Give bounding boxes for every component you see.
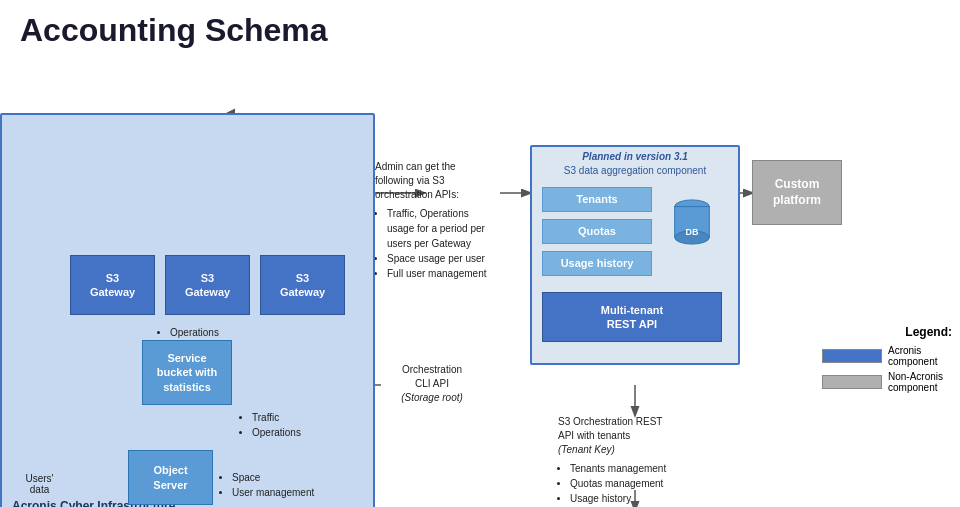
traffic-ops-label: Traffic Operations	[240, 410, 301, 440]
quotas-box: Quotas	[542, 219, 652, 244]
s3-gateway-2: S3Gateway	[165, 255, 250, 315]
legend-label-non-acronis: Non-Acronis component	[888, 371, 952, 393]
usage-history-box: Usage history	[542, 251, 652, 276]
legend-item-non-acronis: Non-Acronis component	[822, 371, 952, 393]
multi-tenant-api-box: Multi-tenantREST API	[542, 292, 722, 342]
s3-gateway-1: S3Gateway	[70, 255, 155, 315]
db-shape: DB	[672, 197, 712, 247]
admin-text: Admin can get thefollowing via S3orchest…	[375, 160, 505, 281]
tenants-box: Tenants	[542, 187, 652, 212]
legend: Legend: Acronis component Non-Acronis co…	[822, 325, 952, 397]
legend-title: Legend:	[822, 325, 952, 339]
object-server-box: ObjectServer	[128, 450, 213, 505]
s3-gateway-3: S3Gateway	[260, 255, 345, 315]
space-user-label: Space User management	[220, 470, 314, 500]
legend-label-acronis: Acronis component	[888, 345, 952, 367]
legend-item-acronis: Acronis component	[822, 345, 952, 367]
page-title: Accounting Schema	[0, 0, 960, 55]
service-bucket-box: Servicebucket withstatistics	[142, 340, 232, 405]
legend-color-non-acronis	[822, 375, 882, 389]
s3-planned-container: Planned in version 3.1 S3 data aggregati…	[530, 145, 740, 365]
s3-data-agg-sublabel: S3 data aggregation component	[564, 165, 706, 176]
planned-label: Planned in version 3.1	[582, 151, 688, 162]
diagram-area: 💻 End customer AmazonS3 API(User Key) S3…	[0, 55, 960, 507]
users-data-label: Users'data	[12, 473, 67, 495]
s3-orch-tenants-label: S3 Orchestration RESTAPI with tenants(Te…	[558, 415, 718, 506]
orch-cli-label: OrchestrationCLI API(Storage root)	[382, 363, 482, 405]
custom-platform-box: Customplatform	[752, 160, 842, 225]
legend-color-acronis	[822, 349, 882, 363]
